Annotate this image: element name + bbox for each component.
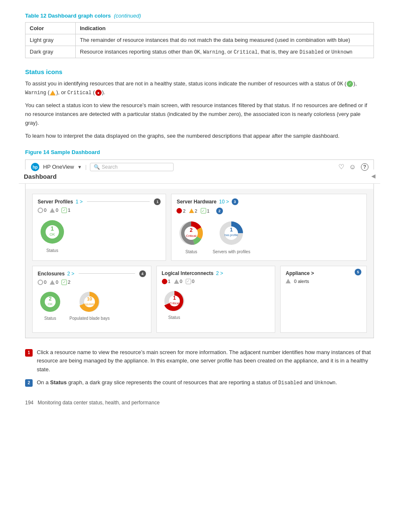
si-val: 1 [207, 208, 210, 213]
pie-chart-critical-sh: 2 Critical [176, 218, 206, 248]
si-warn-enc: 0 [50, 280, 58, 285]
si-val: 2 [195, 208, 197, 213]
svg-text:1: 1 [173, 295, 176, 301]
badge-3: 3 [232, 198, 238, 205]
si-val: 0 [56, 280, 58, 285]
status-icons-sh: 2 2 ✓ 1 2 [176, 208, 361, 214]
si-val: 0 [192, 279, 194, 284]
pie-chart-critical-li: 1 Critical [162, 288, 187, 314]
page-footer: 194 Monitoring data center status, healt… [25, 400, 374, 406]
chart-label-blades-enc: Populated blade bays [69, 316, 110, 321]
dashboard-title-label: Dashboard [24, 173, 56, 180]
svg-text:OK: OK [48, 302, 53, 306]
figure-title: Figure 14 Sample Dashboard [25, 149, 374, 155]
card-server-hardware: Server Hardware 10 > 3 2 2 [171, 194, 367, 261]
page-number: 194 [25, 400, 33, 406]
dashboard-grid: Server Profiles 1 > 1 0 0 [32, 194, 367, 333]
circle-red-icon [176, 208, 182, 213]
card-header-enc: Enclosures 2 > 4 [38, 270, 146, 277]
svg-text:OK: OK [49, 232, 55, 236]
li-title[interactable]: Logical Interconnects [162, 270, 214, 276]
server-hardware-count[interactable]: 10 > [219, 199, 229, 205]
topbar-icons: ♡ ☺ ? [338, 163, 368, 171]
chart-label-status-sh: Status [185, 249, 197, 254]
help-icon[interactable]: ? [361, 163, 368, 171]
search-box[interactable]: 🔍 Search [90, 163, 174, 171]
app-name-label: HP OneView [43, 164, 74, 170]
numbered-item-2: 2 On a Status graph, a dark gray slice r… [25, 378, 374, 387]
si-warning-2: 2 [189, 208, 197, 213]
chart-blades-enc: 10 populated Populated blade bays [69, 289, 110, 321]
charts-row-sh: 2 Critical Status 1 [176, 218, 361, 254]
triangle-orange-icon [189, 208, 194, 213]
warning-icon [50, 90, 56, 95]
circle-red-li-icon [162, 279, 167, 284]
check-green-icon: ✓ [61, 208, 67, 213]
search-icon: 🔍 [94, 164, 100, 170]
num-badge-1: 1 [25, 349, 33, 357]
check-green-icon-sh: ✓ [201, 208, 206, 213]
server-hardware-title[interactable]: Server Hardware [176, 199, 216, 205]
para-status-icons-2: You can select a status icon to view the… [25, 101, 374, 127]
table-row: Dark gray Resource instances reporting s… [26, 46, 374, 58]
appliance-alerts: 0 alerts [286, 279, 361, 284]
svg-text:2: 2 [190, 227, 193, 233]
collapse-icon[interactable]: ◀ [371, 173, 375, 179]
si-ok-enc: ✓ 2 [61, 280, 70, 285]
svg-text:Critical: Critical [186, 234, 197, 238]
svg-text:populated: populated [83, 303, 96, 306]
card-logical-interconnects: Logical Interconnects 2 > 1 0 [156, 266, 276, 333]
dashboard-row-2: Enclosures 2 > 4 0 0 [32, 266, 367, 333]
svg-text:2: 2 [49, 296, 52, 302]
pie-chart-profile-sh: 1 has profile [217, 218, 246, 248]
card-header-sh: Server Hardware 10 > 3 [176, 198, 361, 205]
chart-status-enc: 2 OK Status [38, 289, 63, 321]
si-val: 1 [68, 208, 70, 213]
dashboard-container: hp HP OneView ▼ | 🔍 Search ♡ ☺ ? Dashboa… [25, 159, 374, 338]
chevron-down-icon[interactable]: ▼ [77, 164, 82, 170]
card-header-li: Logical Interconnects 2 > [162, 270, 270, 276]
cell-color: Light gray [26, 34, 76, 46]
table-row: Light gray The remainder of resource ins… [26, 34, 374, 46]
enclosures-count[interactable]: 2 > [67, 271, 74, 277]
si-warn-li: 0 [174, 279, 182, 284]
server-profiles-title[interactable]: Server Profiles [38, 199, 73, 205]
col-indication: Indication [76, 23, 374, 34]
status-icons-li: 1 0 ✓ 0 [162, 279, 270, 284]
pie-chart-ok: 1 OK [38, 217, 67, 247]
item-1-text: Click a resource name to view the resour… [37, 348, 374, 374]
check-green-enc-icon: ✓ [61, 280, 67, 285]
chart-label-profile-sh: Servers with profiles [212, 249, 250, 254]
pie-chart-populated-enc: 10 populated [77, 289, 102, 314]
chart-status-sp: 1 OK Status [38, 217, 67, 253]
table-title-text: Table 12 Dashboard graph colors [25, 13, 111, 19]
status-icons-server-profiles: 0 0 ✓ 1 [38, 208, 161, 213]
appliance-title[interactable]: Appliance > [286, 270, 314, 276]
status-icons-enc: 0 0 ✓ 2 [38, 280, 146, 285]
dashboard-title-bar: Dashboard ◀ [19, 170, 380, 184]
circle-gray-enc-icon [38, 280, 43, 285]
user-icon[interactable]: ☺ [349, 163, 356, 171]
si-crit-enc: 0 [38, 280, 46, 285]
enclosures-title[interactable]: Enclosures [38, 271, 65, 277]
badge-5: 5 [355, 269, 361, 275]
si-crit-li: 1 [162, 279, 171, 284]
cell-indication: The remainder of resource instances that… [76, 34, 374, 46]
si-ok-1b: ✓ 1 [201, 208, 210, 213]
si-ok-li: ✓ 0 [186, 279, 194, 284]
check-gray-li-icon: ✓ [186, 279, 191, 284]
table-title: Table 12 Dashboard graph colors (continu… [25, 13, 374, 19]
circle-gray-icon [38, 208, 43, 213]
server-profiles-count[interactable]: 1 > [76, 199, 83, 205]
li-count[interactable]: 2 > [216, 270, 223, 276]
dashboard-content: Server Profiles 1 > 1 0 0 [26, 189, 373, 338]
critical-icon [95, 90, 102, 96]
si-critical-0: 0 [38, 208, 46, 213]
bell-icon[interactable]: ♡ [338, 163, 344, 171]
footer-text: Monitoring data center status, health, a… [38, 400, 160, 406]
triangle-gray-icon [50, 208, 55, 213]
badge-1: 1 [154, 198, 161, 205]
chart-label-sp: Status [46, 248, 58, 253]
svg-text:1: 1 [230, 227, 233, 233]
cell-color-dark: Dark gray [26, 46, 76, 58]
